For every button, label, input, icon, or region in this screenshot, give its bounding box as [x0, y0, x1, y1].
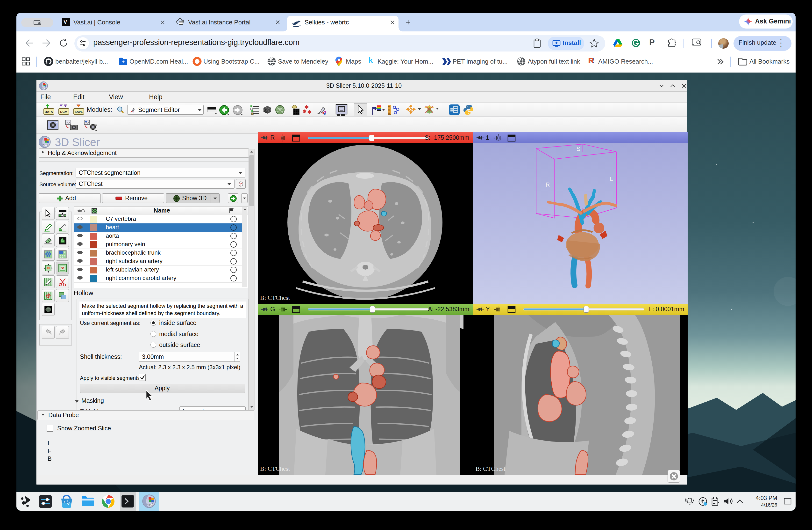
- svg-text:B: CTChest: B: CTChest: [260, 294, 290, 301]
- svg-text:DATA: DATA: [45, 110, 53, 114]
- svg-text:L: L: [610, 176, 613, 182]
- svg-text:✱: ✱: [307, 109, 311, 115]
- svg-text:S: S: [577, 145, 580, 152]
- svg-text:R: R: [546, 181, 550, 188]
- svg-text:SAVE: SAVE: [75, 110, 83, 114]
- svg-text:B: CTChest: B: CTChest: [260, 465, 290, 472]
- svg-text:B: CTChest: B: CTChest: [476, 465, 506, 472]
- svg-text:DCM: DCM: [60, 110, 68, 114]
- svg-text:✱: ✱: [303, 109, 307, 114]
